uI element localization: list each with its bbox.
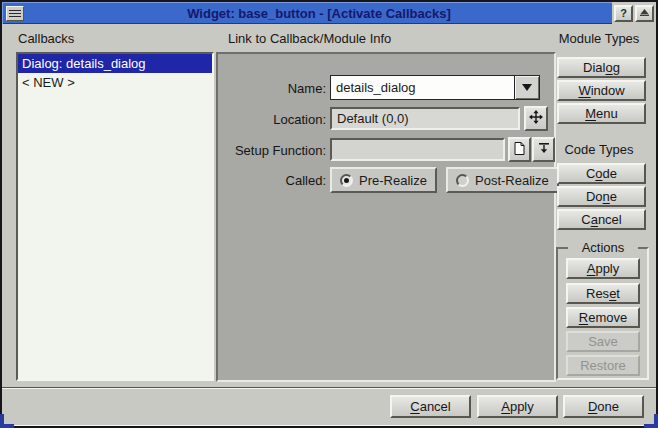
name-combobox[interactable]: details_dialog — [330, 75, 540, 100]
code-type-done-button[interactable]: Done — [557, 186, 646, 207]
window-title: Widget: base_button - [Activate Callback… — [32, 6, 606, 21]
callbacks-list[interactable]: Dialog: details_dialog < NEW > — [16, 52, 214, 381]
footer-bar: Cancel Apply Done — [2, 387, 656, 426]
help-button[interactable]: ? — [614, 5, 633, 22]
move-arrows-icon — [529, 110, 543, 127]
apply-action-button[interactable]: Apply — [566, 258, 640, 279]
cancel-button[interactable]: Cancel — [390, 395, 471, 418]
setup-function-input[interactable] — [330, 138, 505, 161]
chevron-down-icon — [522, 84, 532, 91]
reset-action-button[interactable]: Reset — [566, 283, 640, 304]
location-field[interactable]: Default (0,0) — [330, 107, 520, 130]
actions-heading: Actions — [568, 240, 638, 255]
list-item[interactable]: Dialog: details_dialog — [18, 54, 212, 73]
module-type-dialog-button[interactable]: Dialog — [557, 57, 646, 78]
name-dropdown-button[interactable] — [514, 76, 539, 99]
list-item[interactable]: < NEW > — [18, 73, 212, 92]
apply-button[interactable]: Apply — [477, 395, 558, 418]
post-realize-label: Post-Realize — [475, 173, 549, 188]
code-types-heading: Code Types — [548, 142, 650, 157]
name-value[interactable]: details_dialog — [331, 76, 514, 99]
window-menu-button[interactable] — [6, 6, 24, 21]
post-realize-option[interactable]: Post-Realize — [446, 167, 559, 193]
setup-function-label: Setup Function: — [184, 143, 326, 158]
code-type-code-button[interactable]: Code — [557, 163, 646, 184]
radio-selected-icon[interactable] — [340, 174, 353, 187]
new-function-button[interactable] — [508, 137, 531, 162]
module-type-menu-button[interactable]: Menu — [557, 103, 646, 124]
frame-corner — [654, 414, 658, 428]
code-type-cancel-button[interactable]: Cancel — [557, 209, 646, 230]
form-heading: Link to Callback/Module Info — [228, 31, 391, 46]
called-label: Called: — [226, 173, 326, 188]
maximize-button[interactable] — [635, 5, 654, 22]
done-button[interactable]: Done — [563, 395, 644, 418]
maximize-icon — [639, 7, 650, 19]
remove-action-button[interactable]: Remove — [566, 307, 640, 328]
pre-realize-label: Pre-Realize — [359, 173, 427, 188]
location-move-button[interactable] — [524, 106, 548, 131]
name-label: Name: — [226, 81, 326, 96]
callbacks-heading: Callbacks — [18, 31, 74, 46]
callback-form-panel — [216, 52, 556, 382]
save-action-button: Save — [566, 331, 640, 352]
help-icon: ? — [620, 7, 627, 19]
restore-action-button: Restore — [566, 355, 640, 376]
titlebar[interactable]: Widget: base_button - [Activate Callback… — [2, 2, 656, 24]
module-types-heading: Module Types — [548, 31, 650, 46]
radio-unselected-icon[interactable] — [456, 174, 469, 187]
frame-corner — [0, 414, 4, 428]
location-label: Location: — [226, 112, 326, 127]
pre-realize-option[interactable]: Pre-Realize — [330, 167, 437, 193]
dialog-window: Widget: base_button - [Activate Callback… — [0, 0, 658, 428]
module-type-window-button[interactable]: Window — [557, 80, 646, 101]
blank-page-icon — [514, 142, 525, 158]
titlebar-right-controls: ? — [612, 2, 656, 24]
